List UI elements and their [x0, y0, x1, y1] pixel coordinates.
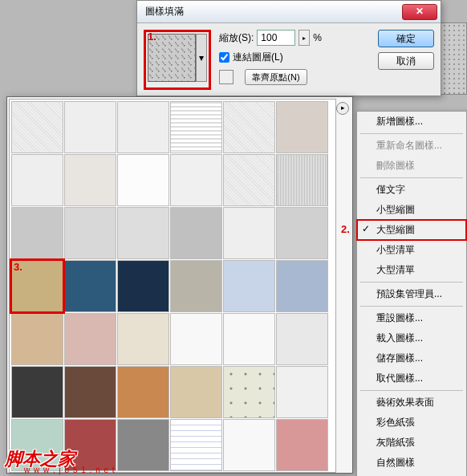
pattern-swatch[interactable]	[117, 313, 169, 365]
menu-text-only[interactable]: 僅文字	[357, 180, 466, 200]
pattern-swatch[interactable]	[223, 366, 275, 418]
pattern-swatch[interactable]	[64, 101, 116, 153]
menu-reset[interactable]: 重設圖樣...	[357, 308, 466, 328]
menu-preset-manager[interactable]: 預設集管理員...	[357, 284, 466, 304]
pattern-swatch[interactable]	[170, 260, 222, 312]
menu-delete: 刪除圖樣	[357, 156, 466, 176]
menu-save[interactable]: 儲存圖樣...	[357, 348, 466, 368]
menu-separator	[360, 282, 463, 283]
menu-color-paper[interactable]: 彩色紙張	[357, 413, 466, 433]
annotation-1: 1.	[148, 31, 156, 43]
pattern-swatch[interactable]	[117, 154, 169, 206]
menu-large-list[interactable]: 大型清單	[357, 260, 466, 280]
pattern-fill-dialog: 圖樣填滿 ✕ 1. ▾ 縮放(S): ▸ % 連結圖層(L) 靠齊原點(	[136, 0, 441, 96]
link-layers-label: 連結圖層(L)	[233, 51, 283, 64]
pattern-swatch[interactable]	[11, 366, 63, 418]
pattern-swatch[interactable]	[11, 207, 63, 259]
pattern-swatch[interactable]	[117, 207, 169, 259]
pattern-swatch[interactable]	[64, 260, 116, 312]
close-button[interactable]: ✕	[402, 4, 437, 20]
menu-artist-surfaces[interactable]: 藝術效果表面	[357, 393, 466, 413]
pattern-swatch[interactable]	[117, 419, 169, 471]
pattern-swatch[interactable]	[117, 260, 169, 312]
pattern-swatch[interactable]	[11, 313, 63, 365]
pattern-swatch[interactable]	[117, 101, 169, 153]
cancel-button[interactable]: 取消	[378, 52, 434, 70]
link-layers-checkbox[interactable]	[219, 52, 229, 63]
scale-input[interactable]	[257, 30, 295, 46]
pattern-swatch[interactable]	[223, 154, 275, 206]
menu-load[interactable]: 載入圖樣...	[357, 328, 466, 348]
pattern-swatch[interactable]	[64, 313, 116, 365]
pattern-swatch[interactable]	[64, 154, 116, 206]
menu-separator	[360, 390, 463, 391]
pattern-swatch[interactable]	[276, 419, 328, 471]
menu-gray-paper[interactable]: 灰階紙張	[357, 433, 466, 453]
pattern-swatch[interactable]	[170, 207, 222, 259]
snap-origin-button[interactable]: 靠齊原點(N)	[245, 69, 307, 85]
flyout-menu: 新增圖樣... 重新命名圖樣... 刪除圖樣 僅文字 小型縮圖 2.大型縮圖 小…	[356, 111, 467, 476]
pattern-swatch[interactable]	[276, 101, 328, 153]
pattern-grid: 3.	[10, 100, 335, 473]
watermark-url: w w w . j b 5 1 . n e t	[24, 466, 116, 474]
pattern-swatch[interactable]	[117, 366, 169, 418]
pattern-swatch[interactable]	[223, 260, 275, 312]
pattern-swatch[interactable]	[276, 207, 328, 259]
pattern-swatch[interactable]	[223, 207, 275, 259]
annotation-3: 3.	[14, 261, 22, 273]
pattern-swatch[interactable]	[223, 101, 275, 153]
flyout-menu-button[interactable]: ▸	[336, 102, 349, 115]
menu-nature[interactable]: 自然圖樣	[357, 453, 466, 473]
pattern-preview-annotation: 1. ▾	[144, 30, 211, 90]
menu-pattern2[interactable]: 圖樣 2	[357, 473, 466, 476]
ok-button[interactable]: 確定	[378, 30, 434, 47]
snap-icon	[219, 70, 234, 84]
pattern-swatch[interactable]	[64, 207, 116, 259]
pattern-swatch[interactable]	[276, 154, 328, 206]
titlebar[interactable]: 圖樣填滿 ✕	[137, 1, 441, 23]
pattern-swatch[interactable]	[276, 366, 328, 418]
menu-new-pattern[interactable]: 新增圖樣...	[357, 112, 466, 132]
pattern-swatch[interactable]	[223, 313, 275, 365]
pattern-swatch[interactable]	[170, 101, 222, 153]
pattern-swatch[interactable]	[223, 419, 275, 471]
scale-unit: %	[313, 32, 322, 43]
menu-separator	[360, 133, 463, 134]
pattern-swatch[interactable]	[11, 101, 63, 153]
menu-small-thumb[interactable]: 小型縮圖	[357, 200, 466, 220]
menu-separator	[360, 306, 463, 307]
dialog-title: 圖樣填滿	[140, 5, 402, 18]
pattern-swatch[interactable]	[276, 313, 328, 365]
pattern-swatch-selected[interactable]: 3.	[11, 260, 63, 312]
menu-rename: 重新命名圖樣...	[357, 136, 466, 156]
menu-small-list[interactable]: 小型清單	[357, 240, 466, 260]
pattern-swatch[interactable]	[11, 154, 63, 206]
pattern-swatch[interactable]	[276, 260, 328, 312]
menu-replace[interactable]: 取代圖樣...	[357, 368, 466, 389]
menu-large-thumb[interactable]: 2.大型縮圖	[357, 220, 466, 240]
pattern-swatch[interactable]	[170, 419, 222, 471]
pattern-dropdown-arrow[interactable]: ▾	[196, 34, 207, 82]
scale-label: 縮放(S):	[219, 31, 254, 45]
pattern-picker-panel: ▸ 3.	[6, 96, 353, 474]
pattern-swatch[interactable]	[170, 313, 222, 365]
menu-separator	[360, 177, 463, 178]
scale-spinner[interactable]: ▸	[298, 30, 310, 46]
pattern-swatch[interactable]	[170, 154, 222, 206]
pattern-swatch[interactable]	[170, 366, 222, 418]
annotation-2: 2.	[341, 223, 350, 235]
pattern-swatch[interactable]	[64, 366, 116, 418]
